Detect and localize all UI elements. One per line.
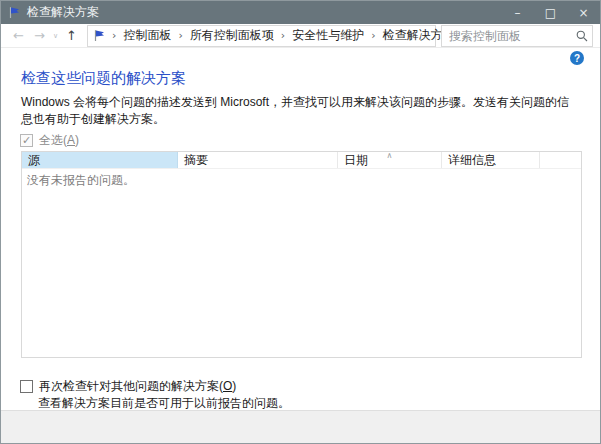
title-bar: 检查解决方案 – □ ×: [1, 1, 600, 24]
empty-table-message: 没有未报告的问题。: [22, 169, 581, 189]
intro-text: Windows 会将每个问题的描述发送到 Microsoft，并查找可以用来解决…: [21, 94, 577, 128]
column-header-date[interactable]: ∧日期: [338, 152, 442, 168]
search-icon: [572, 30, 592, 42]
breadcrumb-item-all-items[interactable]: 所有控制面板项: [187, 27, 277, 44]
up-arrow-icon: ↑: [66, 28, 77, 43]
close-button[interactable]: ×: [567, 1, 600, 24]
breadcrumb-separator-icon[interactable]: ›: [174, 29, 186, 42]
column-header-filler: [540, 152, 581, 168]
control-panel-window: 检查解决方案 – □ × ← → ∨ ↑ › 控制面板 › 所有控制面板项 › …: [0, 0, 601, 444]
back-arrow-icon: ←: [13, 28, 24, 43]
minimize-button[interactable]: –: [501, 1, 534, 24]
up-button[interactable]: ↑: [61, 28, 82, 43]
address-bar[interactable]: › 控制面板 › 所有控制面板项 › 安全性与维护 › 检查解决方案 ∨ ↻: [87, 25, 436, 47]
table-body: 没有未报告的问题。: [22, 169, 581, 189]
breadcrumb-separator-icon[interactable]: ›: [367, 29, 379, 42]
search-input[interactable]: [442, 29, 572, 43]
search-box: [441, 25, 593, 47]
window-title: 检查解决方案: [27, 4, 99, 21]
checkbox-checked-icon: ✓: [20, 134, 33, 147]
column-header-summary[interactable]: 摘要: [178, 152, 338, 168]
breadcrumb-item-security-maintenance[interactable]: 安全性与维护: [289, 27, 367, 44]
column-header-date-label: 日期: [344, 153, 368, 167]
help-button[interactable]: ?: [570, 51, 584, 65]
table-header-row: 源 摘要 ∧日期 详细信息: [22, 152, 581, 169]
help-icon: ?: [574, 53, 580, 64]
column-header-source[interactable]: 源: [22, 152, 178, 168]
content-area: ? 检查这些问题的解决方案 Windows 会将每个问题的描述发送到 Micro…: [1, 48, 600, 411]
sort-ascending-icon: ∧: [387, 152, 393, 164]
forward-arrow-icon: →: [34, 28, 45, 43]
recent-pages-button[interactable]: ∨: [50, 32, 61, 40]
column-header-details[interactable]: 详细信息: [442, 152, 540, 168]
app-flag-icon: [8, 6, 21, 19]
breadcrumb-flag-icon: [93, 29, 106, 42]
problems-table: 源 摘要 ∧日期 详细信息 没有未报告的问题。: [21, 151, 582, 358]
recheck-label: 再次检查针对其他问题的解决方案(O): [39, 378, 236, 395]
select-all-checkbox[interactable]: ✓ 全选(A): [20, 132, 79, 149]
navigation-bar: ← → ∨ ↑ › 控制面板 › 所有控制面板项 › 安全性与维护 › 检查解决…: [1, 24, 600, 48]
page-title: 检查这些问题的解决方案: [21, 69, 186, 88]
chevron-down-icon: ∨: [53, 32, 58, 40]
forward-button[interactable]: →: [29, 28, 50, 43]
breadcrumb-item-control-panel[interactable]: 控制面板: [120, 27, 174, 44]
checkbox-unchecked-icon: [20, 380, 33, 393]
breadcrumb-separator-icon[interactable]: ›: [277, 29, 289, 42]
window-controls: – □ ×: [501, 1, 600, 24]
maximize-button[interactable]: □: [534, 1, 567, 24]
back-button[interactable]: ←: [8, 28, 29, 43]
recheck-checkbox[interactable]: 再次检查针对其他问题的解决方案(O): [20, 378, 236, 395]
select-all-label: 全选(A): [39, 132, 79, 149]
breadcrumb-separator-icon[interactable]: ›: [108, 29, 120, 42]
footer-bar: [1, 410, 600, 443]
